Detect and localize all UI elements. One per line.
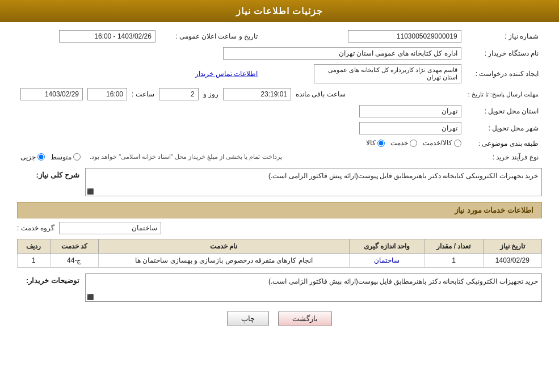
shomareNiaz-value: 1103005029000019 — [284, 28, 465, 45]
khadamat-section-header: اطلاعات خدمات مورد نیاز — [17, 202, 542, 218]
farayand-radio-group: متوسط جزیی — [20, 153, 81, 161]
farayand-desc: پرداخت تمام یا بخشی از مبلغ خریداز محل "… — [90, 153, 282, 161]
radio-kala[interactable]: کالا — [366, 139, 385, 147]
resize-icon: ⬛ — [87, 188, 94, 195]
ijadKonande-value: قاسم مهدی نژاد کاربرداره کل کتابخانه های… — [261, 62, 465, 86]
rooz-input[interactable]: 2 — [159, 88, 199, 100]
shahr-label: شهر محل تحویل : — [465, 120, 542, 137]
rooz-label: روز و — [203, 90, 218, 98]
page-title: جزئیات اطلاعات نیاز — [236, 6, 323, 16]
table-header: تاریخ نیاز — [483, 239, 541, 253]
ostan-label: استان محل تحویل : — [465, 103, 542, 120]
sharh-koli-box-wrapper: خرید تجهیزات الکترونیکی کتابخانه دکتر با… — [85, 168, 542, 196]
grohe-label: گروه خدمت : — [17, 224, 54, 232]
tabaqe-label: طبقه بندی موضوعی : — [465, 137, 542, 151]
print-button[interactable]: چاپ — [227, 311, 269, 326]
shahr-input[interactable]: تهران — [359, 122, 461, 134]
resize-icon2: ⬛ — [87, 294, 94, 300]
tosih-box-wrapper: خرید تجهیزات الکترونیکی کتابخانه دکتر با… — [85, 273, 542, 302]
table-header: ردیف — [18, 239, 51, 253]
radio-kalaKhedmat[interactable]: کالا/خدمت — [423, 139, 461, 147]
table-header: کد خدمت — [50, 239, 98, 253]
etelaatTamass-link[interactable]: اطلاعات تماس خریدار — [195, 70, 258, 78]
namDastgah-value: اداره کل کتابخانه های عمومی استان تهران — [17, 45, 465, 62]
table-header: نام خدمت — [98, 239, 349, 253]
table-cell: ج-44 — [50, 253, 98, 267]
mohlatErsal-label: مهلت ارسال پاسخ: تا تاریخ : — [465, 86, 542, 103]
tosih-box[interactable]: خرید تجهیزات الکترونیکی کتابخانه دکتر با… — [85, 273, 542, 302]
grohe-input[interactable]: ساختمان — [59, 222, 161, 234]
tosih-label: توضیحات خریدار: — [17, 273, 79, 285]
table-cell: 1 — [424, 253, 483, 267]
table-cell: انجام کارهای متفرقه درخصوص بازسازی و بهس… — [98, 253, 349, 267]
namDastgah-input[interactable]: اداره کل کتابخانه های عمومی استان تهران — [223, 47, 461, 60]
sharh-koli-text: خرید تجهیزات الکترونیکی کتابخانه دکتر با… — [268, 172, 538, 180]
button-row: بازگشت چاپ — [17, 311, 542, 326]
tosih-text: خرید تجهیزات الکترونیکی کتابخانه دکتر با… — [268, 277, 538, 285]
tarikh-input[interactable]: 1403/02/26 - 16:00 — [59, 30, 155, 43]
sharh-koli-label: شرح کلی نیاز: — [17, 168, 79, 179]
table-header: تعداد / مقدار — [424, 239, 483, 253]
table-cell: ساختمان — [349, 253, 424, 267]
top-info-table: شماره نیاز : 1103005029000019 تاریخ و سا… — [17, 28, 542, 163]
saat-input[interactable]: 16:00 — [87, 88, 127, 100]
sharh-koli-section: خرید تجهیزات الکترونیکی کتابخانه دکتر با… — [17, 168, 542, 196]
date-input[interactable]: 1403/02/29 — [20, 88, 83, 100]
page-container: جزئیات اطلاعات نیاز شماره نیاز : 1103005… — [0, 0, 559, 392]
radio-jozii[interactable]: جزیی — [20, 153, 45, 161]
shomareNiaz-input[interactable]: 1103005029000019 — [348, 30, 461, 43]
services-table: تاریخ نیازتعداد / مقدارواحد اندازه گیرین… — [17, 239, 542, 268]
page-header: جزئیات اطلاعات نیاز — [0, 0, 559, 22]
grohe-row: ساختمان گروه خدمت : — [17, 222, 542, 234]
table-row: 1403/02/291ساختمانانجام کارهای متفرقه در… — [18, 253, 542, 267]
ijadKonande-input[interactable]: قاسم مهدی نژاد کاربرداره کل کتابخانه های… — [314, 64, 461, 83]
radio-mottasat[interactable]: متوسط — [51, 153, 81, 161]
namDastgah-label: نام دستگاه خریدار : — [465, 45, 542, 62]
mohlatErsal-row: ساعت باقی مانده 23:19:01 روز و 2 ساعت : … — [17, 86, 465, 103]
tabaqe-radio-group: کالا/خدمت خدمت کالا — [366, 139, 461, 147]
baqimande-input[interactable]: 23:19:01 — [223, 88, 291, 100]
tarikh-value: 1403/02/26 - 16:00 — [17, 28, 159, 45]
ostan-input[interactable]: تهران — [359, 105, 461, 117]
table-header: واحد اندازه گیری — [349, 239, 424, 253]
content-area: شماره نیاز : 1103005029000019 تاریخ و سا… — [0, 22, 559, 332]
back-button[interactable]: بازگشت — [278, 311, 332, 326]
table-cell: 1 — [18, 253, 51, 267]
noeFarayand-label: نوع فرآیند خرید : — [465, 151, 542, 163]
radio-khedmat[interactable]: خدمت — [390, 139, 417, 147]
ijadKonande-label: ایجاد کننده درخواست : — [465, 62, 542, 86]
table-cell: 1403/02/29 — [483, 253, 541, 267]
baqimande-label: ساعت باقی مانده — [296, 90, 346, 98]
tosih-kharidar-section: خرید تجهیزات الکترونیکی کتابخانه دکتر با… — [17, 273, 542, 302]
tarikh-label: تاریخ و ساعت اعلان عمومی : — [159, 28, 261, 45]
sharh-koli-box[interactable]: خرید تجهیزات الکترونیکی کتابخانه دکتر با… — [85, 168, 542, 196]
shomareNiaz-label: شماره نیاز : — [465, 28, 542, 45]
saat-label: ساعت : — [132, 90, 154, 98]
